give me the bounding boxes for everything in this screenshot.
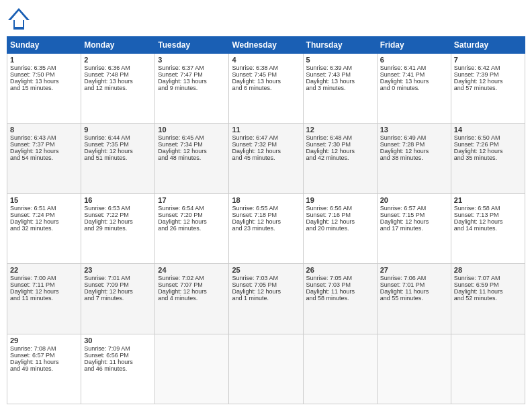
day-number: 1 — [10, 56, 78, 64]
day-info-line: Daylight: 12 hours — [158, 218, 226, 225]
calendar-cell: 30Sunrise: 7:09 AMSunset: 6:56 PMDayligh… — [81, 334, 155, 404]
day-info-line: Daylight: 12 hours — [232, 148, 300, 154]
day-info-line: Sunrise: 6:51 AM — [10, 205, 78, 212]
day-info-line: Sunrise: 6:42 AM — [454, 64, 522, 71]
calendar-cell: 17Sunrise: 6:54 AMSunset: 7:20 PMDayligh… — [155, 193, 229, 263]
day-number: 5 — [306, 56, 374, 64]
calendar-cell: 6Sunrise: 6:41 AMSunset: 7:41 PMDaylight… — [377, 54, 451, 124]
day-number: 7 — [454, 56, 522, 64]
calendar-cell: 7Sunrise: 6:42 AMSunset: 7:39 PMDaylight… — [451, 54, 525, 124]
day-info-line: Daylight: 13 hours — [158, 78, 226, 85]
day-info-line: Sunrise: 6:38 AM — [232, 64, 300, 71]
day-info-line: Sunset: 7:45 PM — [232, 71, 300, 78]
day-info-line: and 3 minutes. — [306, 85, 374, 91]
calendar-cell: 4Sunrise: 6:38 AMSunset: 7:45 PMDaylight… — [229, 54, 303, 124]
day-info-line: Daylight: 12 hours — [84, 288, 152, 295]
day-info-line: Sunrise: 6:53 AM — [84, 205, 152, 212]
calendar-cell: 3Sunrise: 6:37 AMSunset: 7:47 PMDaylight… — [155, 54, 229, 124]
day-number: 19 — [306, 196, 374, 204]
day-number: 12 — [306, 126, 374, 134]
day-number: 21 — [454, 196, 522, 204]
day-info-line: Sunset: 6:59 PM — [454, 281, 522, 288]
page: SundayMondayTuesdayWednesdayThursdayFrid… — [0, 0, 532, 411]
day-number: 16 — [84, 196, 152, 204]
day-info-line: Daylight: 12 hours — [306, 218, 374, 225]
calendar-week-row: 8Sunrise: 6:43 AMSunset: 7:37 PMDaylight… — [7, 124, 525, 193]
day-info-line: and 45 minutes. — [232, 154, 300, 161]
day-number: 29 — [10, 336, 78, 345]
day-info-line: Sunrise: 6:36 AM — [84, 64, 152, 71]
day-number: 14 — [454, 126, 522, 134]
day-info-line: Sunset: 7:28 PM — [380, 141, 448, 148]
day-info-line: Daylight: 11 hours — [454, 288, 522, 295]
day-info-line: and 29 minutes. — [84, 225, 152, 232]
calendar-body: 1Sunrise: 6:35 AMSunset: 7:50 PMDaylight… — [7, 54, 525, 404]
day-info-line: Sunset: 7:20 PM — [158, 212, 226, 218]
day-info-line: Sunset: 7:37 PM — [10, 141, 78, 148]
day-info-line: Sunrise: 6:35 AM — [10, 64, 78, 71]
calendar-header-row: SundayMondayTuesdayWednesdayThursdayFrid… — [7, 37, 525, 54]
day-number: 30 — [84, 336, 152, 345]
day-info-line: Sunset: 7:39 PM — [454, 71, 522, 78]
day-info-line: and 0 minutes. — [380, 85, 448, 91]
day-info-line: Daylight: 12 hours — [158, 288, 226, 295]
day-info-line: Daylight: 12 hours — [454, 78, 522, 85]
day-info-line: Sunrise: 6:49 AM — [380, 134, 448, 141]
calendar-cell: 2Sunrise: 6:36 AMSunset: 7:48 PMDaylight… — [81, 54, 155, 124]
day-info-line: and 32 minutes. — [10, 225, 78, 232]
calendar-cell: 28Sunrise: 7:07 AMSunset: 6:59 PMDayligh… — [451, 264, 525, 334]
day-info-line: Daylight: 12 hours — [454, 218, 522, 225]
day-header: Thursday — [303, 37, 377, 54]
day-info-line: and 38 minutes. — [380, 154, 448, 161]
day-info-line: Sunset: 7:09 PM — [84, 281, 152, 288]
day-info-line: Sunset: 7:32 PM — [232, 141, 300, 148]
calendar-cell: 27Sunrise: 7:06 AMSunset: 7:01 PMDayligh… — [377, 264, 451, 334]
day-info-line: Sunrise: 6:37 AM — [158, 64, 226, 71]
day-info-line: Sunrise: 6:48 AM — [306, 134, 374, 141]
day-number: 6 — [380, 56, 448, 64]
day-info-line: Sunrise: 6:54 AM — [158, 205, 226, 212]
calendar-cell: 5Sunrise: 6:39 AMSunset: 7:43 PMDaylight… — [303, 54, 377, 124]
day-info-line: Daylight: 12 hours — [306, 148, 374, 154]
day-info-line: Daylight: 12 hours — [84, 218, 152, 225]
calendar-week-row: 15Sunrise: 6:51 AMSunset: 7:24 PMDayligh… — [7, 193, 525, 263]
calendar-cell: 24Sunrise: 7:02 AMSunset: 7:07 PMDayligh… — [155, 264, 229, 334]
day-info-line: Sunrise: 6:43 AM — [10, 134, 78, 141]
day-info-line: Sunset: 7:05 PM — [232, 281, 300, 288]
day-info-line: Sunset: 7:30 PM — [306, 141, 374, 148]
day-info-line: and 6 minutes. — [232, 85, 300, 91]
day-info-line: and 54 minutes. — [10, 154, 78, 161]
calendar-cell: 1Sunrise: 6:35 AMSunset: 7:50 PMDaylight… — [7, 54, 81, 124]
calendar-week-row: 1Sunrise: 6:35 AMSunset: 7:50 PMDaylight… — [7, 54, 525, 124]
calendar-cell — [155, 334, 229, 404]
day-info-line: Sunset: 7:26 PM — [454, 141, 522, 148]
day-number: 8 — [10, 126, 78, 134]
calendar-cell: 22Sunrise: 7:00 AMSunset: 7:11 PMDayligh… — [7, 264, 81, 334]
calendar-cell: 10Sunrise: 6:45 AMSunset: 7:34 PMDayligh… — [155, 124, 229, 193]
day-info-line: Sunset: 7:01 PM — [380, 281, 448, 288]
day-info-line: and 4 minutes. — [158, 295, 226, 302]
calendar-cell: 12Sunrise: 6:48 AMSunset: 7:30 PMDayligh… — [303, 124, 377, 193]
day-info-line: and 11 minutes. — [10, 295, 78, 302]
day-info-line: and 49 minutes. — [10, 365, 78, 372]
day-header: Wednesday — [229, 37, 303, 54]
day-info-line: Sunrise: 7:06 AM — [380, 275, 448, 281]
day-header: Tuesday — [155, 37, 229, 54]
day-number: 17 — [158, 196, 226, 204]
day-info-line: and 52 minutes. — [454, 295, 522, 302]
day-info-line: Sunset: 7:47 PM — [158, 71, 226, 78]
day-number: 20 — [380, 196, 448, 204]
day-info-line: Daylight: 12 hours — [84, 148, 152, 154]
day-info-line: Daylight: 13 hours — [380, 78, 448, 85]
day-info-line: and 46 minutes. — [84, 365, 152, 372]
day-info-line: Sunrise: 6:45 AM — [158, 134, 226, 141]
day-info-line: Daylight: 13 hours — [10, 78, 78, 85]
day-info-line: Daylight: 12 hours — [232, 218, 300, 225]
day-number: 13 — [380, 126, 448, 134]
day-info-line: Daylight: 12 hours — [380, 148, 448, 154]
day-info-line: and 42 minutes. — [306, 154, 374, 161]
calendar-cell: 21Sunrise: 6:58 AMSunset: 7:13 PMDayligh… — [451, 193, 525, 263]
day-header: Sunday — [7, 37, 81, 54]
day-info-line: Sunset: 7:13 PM — [454, 212, 522, 218]
day-info-line: Sunset: 7:43 PM — [306, 71, 374, 78]
